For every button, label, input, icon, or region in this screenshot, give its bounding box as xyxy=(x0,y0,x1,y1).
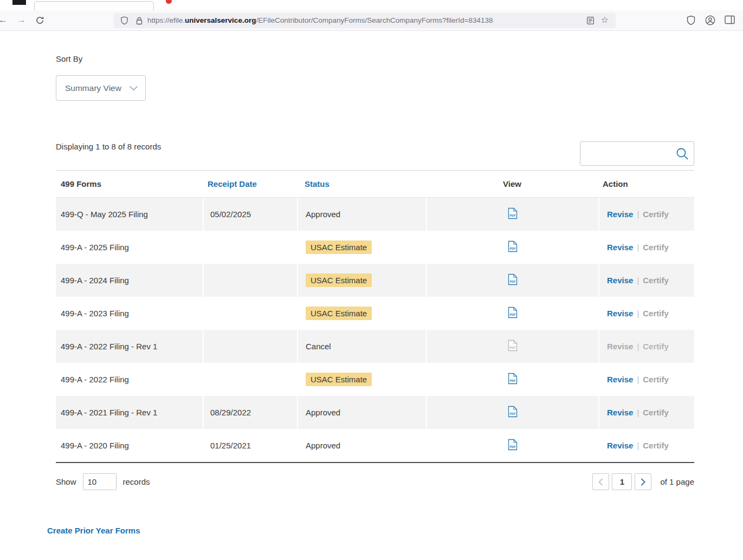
page-size-input[interactable] xyxy=(83,473,117,490)
page-size-control: Show records xyxy=(56,473,150,490)
revise-link[interactable]: Revise xyxy=(607,309,633,318)
forward-button[interactable]: → xyxy=(17,15,26,25)
revise-link[interactable]: Revise xyxy=(607,276,633,285)
header-receipt-date-sort[interactable]: Receipt Date xyxy=(203,170,297,198)
header-view: View xyxy=(426,170,598,198)
tab-strip-fragment xyxy=(12,0,26,5)
tab-favicon xyxy=(166,0,172,4)
account-icon[interactable] xyxy=(705,15,715,28)
tracking-protection-shield-icon[interactable] xyxy=(120,16,128,27)
dropdown-selected-value: Summary View xyxy=(65,83,121,93)
certify-link: Certify xyxy=(643,375,669,384)
back-button[interactable]: ← xyxy=(0,15,8,25)
table-row: 499-A - 2020 Filing01/25/2021ApprovedPDF… xyxy=(56,429,694,462)
action-separator: | xyxy=(637,276,639,285)
pdf-icon: PDF xyxy=(508,340,518,353)
tab-bar xyxy=(0,0,743,10)
bookmark-star-icon[interactable]: ☆ xyxy=(601,15,609,25)
action-cell: Revise|Certify xyxy=(598,429,694,462)
reader-view-icon[interactable] xyxy=(587,17,594,27)
receipt-date-cell xyxy=(203,330,297,363)
form-name-cell: 499-A - 2021 Filing - Rev 1 xyxy=(56,396,203,429)
revise-link[interactable]: Revise xyxy=(607,441,633,450)
header-status-sort[interactable]: Status xyxy=(297,170,426,198)
action-separator: | xyxy=(637,441,639,450)
receipt-date-cell: 01/25/2021 xyxy=(203,429,297,462)
status-cell: Approved xyxy=(297,396,426,429)
table-row: 499-Q - May 2025 Filing05/02/2025Approve… xyxy=(56,198,694,231)
chevron-right-icon xyxy=(641,478,645,486)
revise-link[interactable]: Revise xyxy=(607,375,633,384)
search-box xyxy=(580,141,694,166)
table-row: 499-A - 2021 Filing - Rev 108/29/2022App… xyxy=(56,396,694,429)
list-header: Displaying 1 to 8 of 8 records xyxy=(56,141,694,166)
prev-page-button[interactable] xyxy=(592,473,609,490)
status-estimate-badge: USAC Estimate xyxy=(306,307,372,320)
form-name-cell: 499-A - 2025 Filing xyxy=(56,231,203,264)
action-cell: Revise|Certify xyxy=(598,396,694,429)
page-content: Sort By Summary View Displaying 1 to 8 o… xyxy=(56,54,694,536)
action-cell: Revise|Certify xyxy=(598,330,694,363)
view-cell: PDF xyxy=(426,363,598,396)
pdf-icon[interactable]: PDF xyxy=(508,439,518,452)
certify-link: Certify xyxy=(643,210,669,219)
receipt-date-cell xyxy=(203,264,297,297)
revise-link[interactable]: Revise xyxy=(607,210,633,219)
form-name-cell: 499-Q - May 2025 Filing xyxy=(56,198,203,231)
action-separator: | xyxy=(637,309,639,318)
pdf-icon[interactable]: PDF xyxy=(508,240,518,254)
next-page-button[interactable] xyxy=(635,473,651,490)
certify-link: Certify xyxy=(643,408,669,417)
pdf-icon[interactable]: PDF xyxy=(508,307,518,320)
sidebar-icon[interactable] xyxy=(725,15,735,27)
search-icon[interactable] xyxy=(675,147,689,161)
url-text: https://efile.universalservice.org/EFile… xyxy=(147,16,493,24)
url-subdomain: efile. xyxy=(170,16,185,24)
summary-view-dropdown[interactable]: Summary View xyxy=(56,75,146,101)
url-bar[interactable]: https://efile.universalservice.org/EFile… xyxy=(114,13,616,28)
reload-button[interactable] xyxy=(36,16,44,27)
table-row: 499-A - 2022 Filing - Rev 1CancelPDFRevi… xyxy=(56,330,694,363)
page-count-label: of 1 page xyxy=(660,477,694,486)
svg-text:PDF: PDF xyxy=(510,280,516,283)
status-cell: Approved xyxy=(297,198,426,231)
chevron-down-icon xyxy=(129,86,138,91)
pdf-icon[interactable]: PDF xyxy=(508,207,518,221)
revise-link[interactable]: Revise xyxy=(607,243,633,252)
pdf-icon[interactable]: PDF xyxy=(508,406,518,419)
svg-text:PDF: PDF xyxy=(510,412,516,415)
form-name-cell: 499-A - 2020 Filing xyxy=(56,429,203,462)
receipt-date-cell xyxy=(203,231,297,264)
svg-text:PDF: PDF xyxy=(510,214,516,217)
status-cell: Cancel xyxy=(297,330,426,363)
view-cell: PDF xyxy=(426,198,598,231)
lock-icon[interactable] xyxy=(136,17,143,27)
url-path: /EFileContributor/CompanyForms/SearchCom… xyxy=(256,16,493,24)
create-prior-year-forms-link[interactable]: Create Prior Year Forms xyxy=(47,526,140,535)
status-estimate-badge: USAC Estimate xyxy=(306,240,372,254)
pdf-icon[interactable]: PDF xyxy=(508,274,518,287)
status-cell: USAC Estimate xyxy=(297,297,426,330)
status-cell: Approved xyxy=(297,429,426,462)
table-header-row: 499 Forms Receipt Date Status View Actio… xyxy=(56,170,694,198)
svg-text:PDF: PDF xyxy=(510,247,516,250)
revise-link[interactable]: Revise xyxy=(607,408,633,417)
pdf-icon[interactable]: PDF xyxy=(508,373,518,386)
active-tab[interactable] xyxy=(34,1,154,10)
action-cell: Revise|Certify xyxy=(598,231,694,264)
forms-table-body: 499-Q - May 2025 Filing05/02/2025Approve… xyxy=(56,198,694,462)
svg-text:PDF: PDF xyxy=(510,346,516,349)
status-estimate-badge: USAC Estimate xyxy=(306,373,372,386)
table-row: 499-A - 2025 FilingUSAC EstimatePDFRevis… xyxy=(56,231,694,264)
shield-icon[interactable] xyxy=(686,15,696,28)
status-cell: USAC Estimate xyxy=(297,231,426,264)
browser-chrome: ← → https://efile.universalservice.org/E… xyxy=(0,0,743,31)
current-page[interactable]: 1 xyxy=(612,473,632,490)
reload-icon xyxy=(36,16,44,24)
form-name-cell: 499-A - 2024 Filing xyxy=(56,264,203,297)
action-separator: | xyxy=(637,408,639,417)
action-separator: | xyxy=(637,375,639,384)
certify-link: Certify xyxy=(643,243,669,252)
receipt-date-cell: 08/29/2022 xyxy=(203,396,297,429)
action-separator: | xyxy=(637,342,639,351)
